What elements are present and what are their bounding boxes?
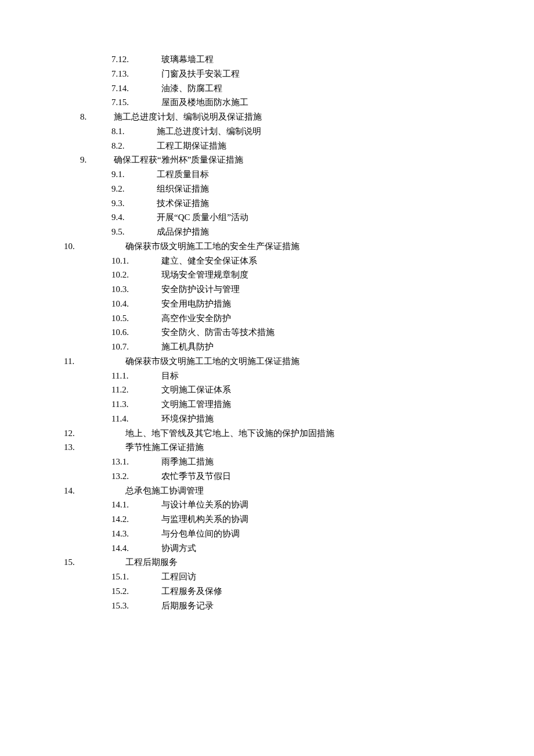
toc-number: 14.4.	[111, 541, 161, 556]
toc-title: 农忙季节及节假日	[161, 471, 231, 481]
toc-number: 11.3.	[111, 397, 161, 412]
toc-entry: 7.14.油漆、防腐工程	[46, 81, 488, 96]
toc-title: 工程后期服务	[125, 557, 178, 567]
toc-title: 高空作业安全防护	[161, 314, 231, 323]
toc-number: 11.4.	[111, 412, 161, 426]
toc-title: 后期服务记录	[161, 601, 214, 610]
toc-title: 屋面及楼地面防水施工	[161, 98, 248, 107]
toc-number: 10.7.	[111, 340, 161, 354]
toc-number: 14.2.	[111, 512, 161, 527]
toc-entry: 13.1.雨季施工措施	[46, 455, 488, 469]
toc-title: 施工机具防护	[161, 342, 214, 351]
toc-entry: 10.7.施工机具防护	[46, 340, 488, 354]
toc-number: 8.2.	[111, 139, 157, 153]
toc-title: 工程回访	[161, 572, 196, 581]
toc-entry: 9.2.组织保证措施	[46, 182, 488, 196]
toc-number: 13.	[64, 440, 125, 455]
toc-entry: 12.地上、地下管线及其它地上、地下设施的保护加固措施	[46, 426, 488, 441]
toc-title: 工程质量目标	[157, 170, 209, 179]
toc-number: 15.1.	[111, 570, 161, 584]
toc-entry: 14.3.与分包单位间的协调	[46, 527, 488, 541]
toc-entry: 11.确保获市级文明施工工地的文明施工保证措施	[46, 354, 488, 369]
table-of-contents: 7.12.玻璃幕墙工程7.13.门窗及扶手安装工程7.14.油漆、防腐工程7.1…	[46, 52, 488, 613]
toc-title: 与监理机构关系的协调	[161, 514, 248, 524]
toc-number: 7.15.	[111, 95, 161, 110]
toc-title: 开展“QC 质量小组”活动	[157, 213, 248, 222]
toc-entry: 15.3.后期服务记录	[46, 599, 488, 613]
toc-title: 安全防火、防雷击等技术措施	[161, 327, 275, 337]
toc-title: 确保工程获“雅州杯”质量保证措施	[114, 155, 243, 164]
toc-entry: 10.4.安全用电防护措施	[46, 297, 488, 311]
toc-number: 7.13.	[111, 67, 161, 81]
toc-entry: 14.总承包施工协调管理	[46, 484, 488, 498]
toc-title: 安全用电防护措施	[161, 299, 231, 308]
toc-title: 门窗及扶手安装工程	[161, 69, 240, 78]
toc-title: 文明施工管理措施	[161, 399, 231, 409]
toc-title: 工程服务及保修	[161, 586, 222, 596]
toc-entry: 8.2.工程工期保证措施	[46, 139, 488, 153]
toc-entry: 8.施工总进度计划、编制说明及保证措施	[46, 110, 488, 124]
toc-entry: 11.4.环境保护措施	[46, 412, 488, 426]
toc-title: 技术保证措施	[157, 199, 209, 208]
toc-entry: 15.1.工程回访	[46, 570, 488, 584]
toc-entry: 10.1.建立、健全安全保证体系	[46, 254, 488, 268]
toc-title: 雨季施工措施	[161, 457, 214, 466]
toc-entry: 11.3.文明施工管理措施	[46, 397, 488, 412]
toc-number: 11.1.	[111, 369, 161, 383]
toc-number: 10.5.	[111, 311, 161, 326]
toc-title: 安全防护设计与管理	[161, 285, 240, 294]
toc-entry: 10.3.安全防护设计与管理	[46, 282, 488, 297]
toc-title: 环境保护措施	[161, 414, 214, 423]
toc-title: 工程工期保证措施	[157, 141, 226, 150]
toc-number: 12.	[64, 426, 125, 441]
toc-title: 目标	[161, 371, 179, 380]
toc-title: 建立、健全安全保证体系	[161, 256, 257, 265]
toc-title: 协调方式	[161, 543, 196, 553]
toc-entry: 14.4.协调方式	[46, 541, 488, 556]
toc-entry: 7.15.屋面及楼地面防水施工	[46, 95, 488, 110]
toc-entry: 10.5.高空作业安全防护	[46, 311, 488, 326]
toc-number: 9.2.	[111, 182, 157, 196]
toc-entry: 10.确保获市级文明施工工地的安全生产保证措施	[46, 239, 488, 254]
toc-number: 15.2.	[111, 584, 161, 599]
toc-title: 成品保护措施	[157, 227, 209, 236]
toc-number: 10.	[64, 239, 125, 254]
toc-number: 7.12.	[111, 52, 161, 67]
toc-number: 9.3.	[111, 196, 157, 211]
toc-number: 11.2.	[111, 383, 161, 397]
toc-number: 10.3.	[111, 282, 161, 297]
toc-number: 14.1.	[111, 498, 161, 512]
toc-entry: 9.确保工程获“雅州杯”质量保证措施	[46, 153, 488, 167]
toc-number: 10.2.	[111, 268, 161, 282]
toc-entry: 15.工程后期服务	[46, 555, 488, 570]
toc-title: 组织保证措施	[157, 184, 209, 193]
toc-title: 施工总进度计划、编制说明	[157, 127, 261, 136]
toc-entry: 14.2.与监理机构关系的协调	[46, 512, 488, 527]
toc-entry: 11.1.目标	[46, 369, 488, 383]
toc-entry: 15.2.工程服务及保修	[46, 584, 488, 599]
toc-number: 10.4.	[111, 297, 161, 311]
toc-number: 9.	[80, 153, 114, 167]
toc-entry: 9.1.工程质量目标	[46, 167, 488, 182]
toc-number: 10.6.	[111, 325, 161, 340]
toc-entry: 7.13.门窗及扶手安装工程	[46, 67, 488, 81]
toc-number: 13.2.	[111, 469, 161, 484]
toc-title: 施工总进度计划、编制说明及保证措施	[114, 112, 262, 121]
toc-title: 与分包单位间的协调	[161, 529, 240, 538]
toc-number: 7.14.	[111, 81, 161, 96]
toc-title: 油漆、防腐工程	[161, 84, 222, 93]
toc-number: 9.5.	[111, 225, 157, 239]
toc-entry: 13.2.农忙季节及节假日	[46, 469, 488, 484]
toc-title: 文明施工保证体系	[161, 385, 231, 394]
toc-entry: 8.1.施工总进度计划、编制说明	[46, 124, 488, 139]
toc-title: 玻璃幕墙工程	[161, 55, 214, 64]
toc-title: 现场安全管理规章制度	[161, 270, 248, 279]
toc-number: 15.	[64, 555, 125, 570]
toc-number: 8.1.	[111, 124, 157, 139]
toc-number: 10.1.	[111, 254, 161, 268]
toc-title: 地上、地下管线及其它地上、地下设施的保护加固措施	[125, 429, 334, 438]
toc-number: 15.3.	[111, 599, 161, 613]
toc-entry: 7.12.玻璃幕墙工程	[46, 52, 488, 67]
toc-entry: 9.3.技术保证措施	[46, 196, 488, 211]
toc-entry: 10.2.现场安全管理规章制度	[46, 268, 488, 282]
